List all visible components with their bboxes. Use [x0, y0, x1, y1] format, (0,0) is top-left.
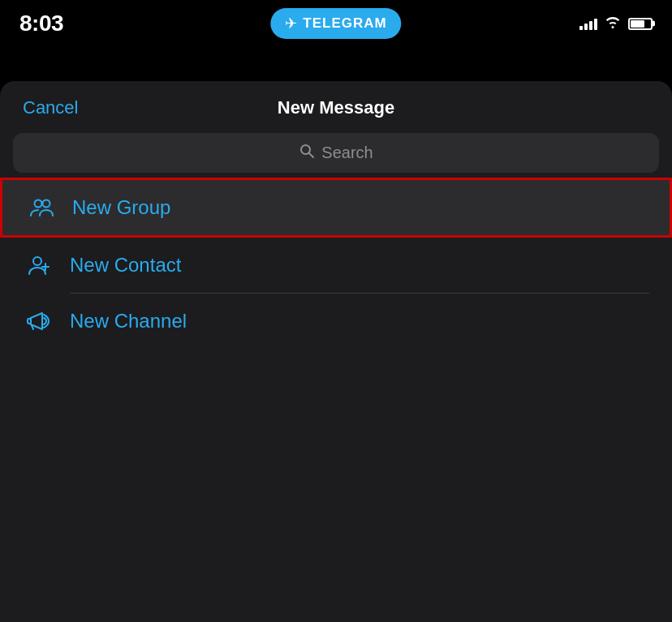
status-time: 8:03 [19, 11, 63, 36]
bottom-sheet: Cancel New Message Search New Gr [0, 81, 672, 622]
cancel-button[interactable]: Cancel [23, 97, 78, 118]
svg-point-3 [43, 200, 50, 208]
new-contact-label: New Contact [70, 254, 181, 277]
new-group-label: New Group [72, 196, 170, 219]
new-channel-label: New Channel [70, 310, 187, 332]
signal-bar-2 [584, 24, 588, 30]
sheet-header: Cancel New Message [0, 81, 672, 133]
battery-icon [628, 18, 653, 30]
people-icon [25, 195, 58, 221]
svg-point-2 [35, 200, 42, 208]
svg-line-1 [309, 153, 313, 157]
menu-item-new-group[interactable]: New Group [0, 178, 672, 238]
svg-point-4 [33, 257, 41, 265]
signal-bar-4 [594, 19, 597, 30]
menu-item-new-contact[interactable]: New Contact [0, 238, 672, 293]
person-add-icon [23, 252, 55, 278]
sheet-title: New Message [278, 97, 394, 118]
signal-bar-3 [589, 21, 592, 30]
search-icon [299, 143, 315, 163]
signal-icon [579, 17, 597, 30]
menu-list: New Group New Contact [0, 178, 672, 349]
telegram-label: TELEGRAM [303, 15, 386, 32]
megaphone-icon [23, 308, 55, 334]
menu-item-new-channel[interactable]: New Channel [0, 294, 672, 349]
search-bar[interactable]: Search [13, 133, 659, 173]
telegram-plane-icon: ✈ [285, 15, 297, 32]
status-bar: 8:03 ✈ TELEGRAM [0, 0, 672, 44]
telegram-badge: ✈ TELEGRAM [270, 8, 401, 39]
status-indicators [579, 15, 653, 32]
search-placeholder: Search [321, 144, 373, 162]
signal-bar-1 [579, 26, 583, 30]
wifi-icon [604, 15, 622, 32]
